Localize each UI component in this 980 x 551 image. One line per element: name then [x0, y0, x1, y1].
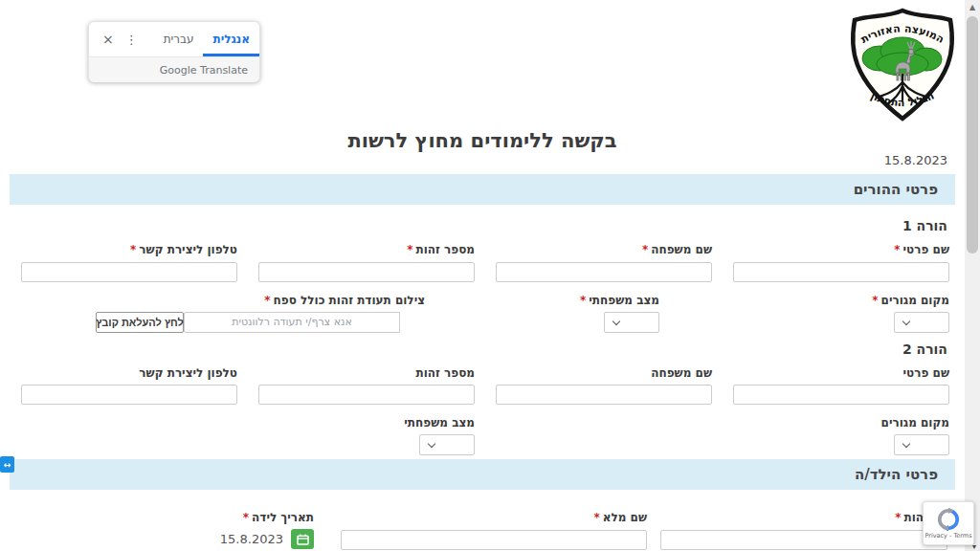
required-asterisk: *	[580, 294, 586, 307]
field-parent2-last-name: שם משפחה	[496, 366, 712, 406]
remote-support-icon[interactable]: ↔	[0, 456, 14, 473]
calendar-button[interactable]	[291, 529, 314, 549]
page: בקשה ללימודים מחוץ לרשות 15.8.2023 פרטי …	[0, 0, 980, 551]
phone-label: טלפון ליצירת קשר	[21, 366, 237, 381]
translate-brand-bar: Google Translate	[89, 56, 259, 82]
google-translate-widget: × ⋮ עברית אנגלית Google Translate	[88, 21, 260, 82]
translate-tabs: עברית אנגלית	[154, 22, 259, 56]
form-content: בקשה ללימודים מחוץ לרשות 15.8.2023 פרטי …	[0, 0, 965, 551]
recaptcha-icon	[937, 508, 960, 531]
field-parent1-marital-status: מצב משפחתי*	[496, 294, 712, 333]
residence-label: מקום מגורים*	[733, 294, 949, 308]
parent1-id-copy-upload: אנא צרף/י תעודה רלוונטית לחץ להעלאת קובץ	[21, 312, 475, 333]
parent2-heading: הורה 2	[0, 342, 965, 357]
parent1-residence-select[interactable]	[894, 312, 949, 333]
field-parent2-residence: מקום מגורים	[733, 416, 949, 455]
parent1-last-name-input[interactable]	[496, 262, 712, 282]
full-name-label: שם מלא*	[341, 511, 647, 525]
required-asterisk: *	[894, 243, 900, 256]
tab-hebrew[interactable]: עברית	[154, 22, 204, 56]
section-header-child: פרטי הילד/ה	[10, 459, 955, 490]
first-name-label: שם פרטי	[733, 366, 949, 381]
residence-label: מקום מגורים	[733, 416, 949, 430]
required-asterisk: *	[642, 243, 648, 256]
parent1-id-number-input[interactable]	[258, 262, 475, 282]
section-title: פרטי הילד/ה	[855, 466, 938, 483]
last-name-label: שם משפחה	[496, 366, 712, 381]
tab-english[interactable]: אנגלית	[203, 22, 259, 56]
field-parent1-residence: מקום מגורים*	[733, 294, 949, 333]
parent2-phone-input[interactable]	[21, 385, 237, 405]
required-asterisk: *	[872, 294, 878, 307]
chevron-down-icon	[612, 317, 620, 324]
parent2-marital-status-select[interactable]	[419, 434, 475, 455]
field-parent1-id-copy: צילום תעודת זהות כולל ספח* אנא צרף/י תעו…	[21, 294, 475, 333]
id-number-label: מספר זהות*	[660, 511, 963, 525]
upload-dropzone[interactable]: אנא צרף/י תעודה רלוונטית	[184, 312, 400, 333]
google-translate-label: Google Translate	[160, 64, 248, 77]
section-title: פרטי ההורים	[854, 181, 938, 198]
field-parent2-phone: טלפון ליצירת קשר	[21, 366, 237, 406]
shield-emblem-icon: המועצה האזורית	[843, 8, 962, 122]
parent1-heading: הורה 1	[0, 219, 965, 233]
id-number-label: מספר זהות*	[258, 243, 475, 257]
child-id-number-input[interactable]	[660, 530, 947, 550]
child-full-name-input[interactable]	[341, 530, 647, 550]
chevron-down-icon	[902, 440, 910, 448]
required-asterisk: *	[130, 243, 136, 256]
field-child-id-number: מספר זהות*	[660, 511, 947, 550]
first-name-label: שם פרטי*	[733, 243, 949, 257]
parent1-marital-status-select[interactable]	[604, 312, 659, 333]
last-name-label: שם משפחה*	[496, 243, 712, 257]
upload-file-button[interactable]: לחץ להעלאת קובץ	[96, 312, 184, 333]
birth-date-label: תאריך לידה*	[21, 511, 327, 525]
form-date: 15.8.2023	[0, 153, 965, 167]
parent1-row1: שם פרטי* שם משפחה* מספר זהות* טלפון ליצי…	[0, 243, 965, 282]
parent2-row1: שם פרטי שם משפחה מספר זהות טלפון ליצירת …	[0, 366, 965, 406]
expand-caret-icon[interactable]: ▾	[972, 542, 976, 551]
field-child-birth-date: תאריך לידה* 15.8.2023	[21, 511, 327, 550]
required-asterisk: *	[264, 294, 270, 307]
chevron-down-icon	[902, 317, 910, 324]
scroll-up-icon[interactable]: ▲	[965, 0, 980, 15]
parent2-residence-select[interactable]	[894, 434, 949, 455]
marital-status-label: מצב משפחתי*	[496, 294, 659, 308]
id-copy-label: צילום תעודת זהות כולל ספח*	[21, 294, 475, 308]
parent1-first-name-input[interactable]	[733, 262, 949, 282]
birth-date-control: 15.8.2023	[21, 529, 327, 549]
field-parent1-last-name: שם משפחה*	[496, 243, 712, 282]
kebab-menu-icon[interactable]: ⋮	[125, 22, 139, 56]
field-parent2-first-name: שם פרטי	[733, 366, 949, 406]
parent2-row2: מקום מגורים מצב משפחתי	[0, 416, 965, 455]
parent2-id-number-input[interactable]	[258, 385, 475, 405]
parent1-phone-input[interactable]	[21, 262, 237, 282]
close-icon[interactable]: ×	[102, 22, 114, 56]
scrollbar-thumb[interactable]	[967, 16, 978, 253]
field-parent1-id-number: מספר זהות*	[258, 243, 475, 282]
parent1-row2: מקום מגורים* מצב משפחתי* צילום תעודת זהו…	[0, 294, 965, 333]
section-header-parents: פרטי ההורים	[10, 174, 955, 205]
phone-label: טלפון ליצירת קשר*	[21, 243, 237, 257]
field-parent2-id-number: מספר זהות	[258, 366, 475, 406]
birth-date-value: 15.8.2023	[220, 532, 283, 546]
translate-tabs-bar: × ⋮ עברית אנגלית	[89, 22, 259, 56]
required-asterisk: *	[407, 243, 412, 256]
field-parent1-first-name: שם פרטי*	[733, 243, 949, 282]
marital-status-label: מצב משפחתי	[258, 416, 475, 430]
id-number-label: מספר זהות	[258, 366, 475, 381]
required-asterisk: *	[243, 511, 249, 524]
field-parent1-phone: טלפון ליצירת קשר*	[21, 243, 237, 282]
privacy-terms-link[interactable]: Privacy - Terms	[924, 532, 971, 540]
parent2-last-name-input[interactable]	[496, 385, 712, 405]
recaptcha-badge[interactable]: Privacy - Terms	[923, 501, 974, 545]
required-asterisk: *	[895, 511, 901, 524]
council-logo: המועצה האזורית	[843, 8, 962, 122]
parent2-first-name-input[interactable]	[733, 385, 949, 405]
chevron-down-icon	[428, 440, 435, 448]
calendar-icon	[297, 534, 309, 545]
field-child-full-name: שם מלא*	[341, 511, 647, 550]
vertical-scrollbar[interactable]: ▲	[965, 0, 980, 551]
required-asterisk: *	[593, 511, 599, 524]
child-row1: מספר זהות* שם מלא* תאריך לידה*	[0, 511, 965, 550]
field-parent2-marital-status: מצב משפחתי	[258, 416, 475, 455]
